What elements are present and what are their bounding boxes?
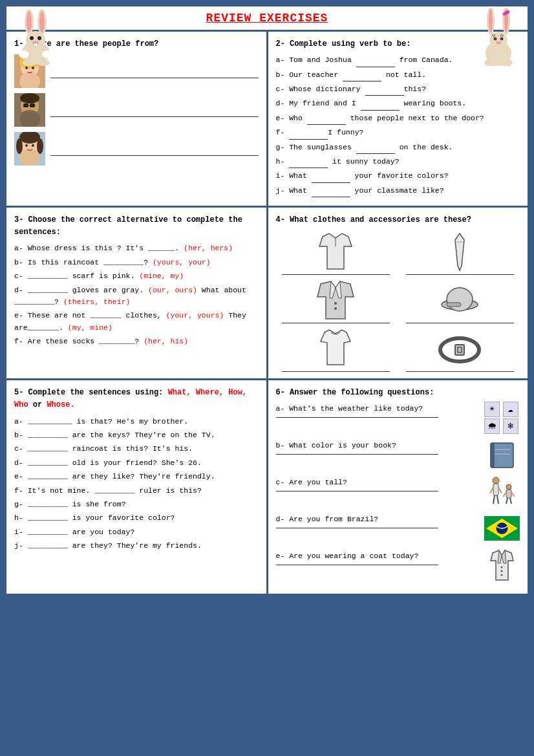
person-2-line — [50, 116, 259, 117]
svg-point-24 — [496, 41, 501, 45]
section-3-title: 3- Choose the correct alternative to com… — [14, 214, 259, 239]
s2-item-g: g- The sunglasses on the desk. — [276, 142, 520, 154]
s2-item-f: f- I funny? — [276, 127, 520, 139]
svg-point-52 — [32, 144, 34, 147]
svg-line-84 — [510, 498, 511, 504]
clothes-item-cap — [400, 279, 520, 323]
svg-point-61 — [334, 307, 337, 310]
svg-point-36 — [25, 67, 28, 69]
s6-item-b: b- What color is your book? — [276, 440, 520, 469]
s2-item-c: c- Whose dictionary this? — [276, 83, 520, 96]
svg-line-76 — [498, 487, 502, 493]
s2-item-j: j- What your classmate like? — [276, 185, 520, 197]
svg-rect-64 — [447, 303, 461, 307]
svg-point-19 — [489, 9, 493, 32]
s6-line-c — [276, 491, 439, 491]
page: REVIEW EXERCISES — [6, 6, 528, 594]
person-1-line — [50, 78, 259, 78]
section-5: 5- Complete the sentences using: What, W… — [6, 380, 266, 594]
clothes-line-tshirt — [282, 371, 390, 372]
s3-hint-a: (her, hers) — [184, 244, 233, 252]
weather-rain: 🌧 — [484, 418, 500, 434]
svg-point-93 — [501, 574, 503, 576]
svg-rect-9 — [34, 43, 36, 47]
s6-item-d: d- Are you from Brazil? — [276, 513, 520, 543]
weather-snow: ❄ — [503, 418, 518, 434]
s6-text-c: c- Are you tall? — [276, 477, 480, 491]
svg-rect-40 — [23, 103, 28, 107]
s2-item-h: h- it sunny today? — [276, 156, 520, 168]
svg-rect-74 — [493, 484, 498, 495]
clothes-grid — [276, 230, 520, 372]
s6-line-b — [276, 454, 439, 455]
svg-line-75 — [490, 487, 493, 493]
s3-item-a: a- Whose dress is this ? It's ______. (h… — [14, 243, 259, 254]
svg-point-48 — [16, 138, 23, 154]
svg-point-79 — [506, 484, 511, 490]
svg-point-5 — [39, 12, 45, 32]
svg-marker-65 — [321, 330, 350, 365]
s6-img-book — [484, 440, 520, 469]
svg-rect-41 — [30, 103, 35, 107]
s6-question-e: e- Are you wearing a coat today? — [276, 550, 480, 562]
s3-hint-b: (yours, your) — [153, 258, 211, 266]
svg-point-63 — [447, 288, 473, 311]
svg-line-81 — [503, 492, 506, 497]
person-3-line — [50, 155, 259, 156]
bugs-bunny-icon — [10, 8, 61, 66]
svg-line-82 — [511, 492, 515, 497]
svg-line-78 — [497, 495, 498, 504]
s3-item-b: b- Is this raincoat _________? (yours, y… — [14, 257, 259, 268]
svg-marker-55 — [455, 233, 464, 270]
person-row-3 — [14, 132, 259, 166]
s5-item-c: c- _________ raincoat is this? It's his. — [14, 443, 259, 455]
weather-sunny: ☀️ — [484, 402, 500, 417]
blank — [356, 142, 395, 154]
clothes-item-jacket — [276, 279, 396, 323]
s3-hint-e2: (my, mine) — [68, 323, 112, 332]
clothes-item-shirt — [276, 230, 396, 275]
s3-item-e: e- These are not _______ clothes, (your,… — [14, 310, 259, 334]
s5-item-i: i- _________ are you today? — [14, 526, 259, 538]
svg-point-49 — [37, 138, 43, 154]
s6-text-d: d- Are you from Brazil? — [276, 513, 480, 528]
clothes-item-tshirt — [276, 327, 396, 372]
svg-point-73 — [493, 477, 499, 484]
svg-point-11 — [19, 50, 29, 58]
blank — [307, 113, 346, 125]
s3-hint-e: (your, yours) — [166, 311, 224, 319]
svg-point-13 — [23, 59, 36, 66]
s6-img-brazil — [484, 513, 520, 543]
blank — [361, 98, 400, 110]
s5-item-h: h- _________ is your favorite color? — [14, 512, 259, 524]
s6-question-c: c- Are you tall? — [276, 477, 480, 488]
s6-img-coat — [484, 550, 520, 579]
svg-point-91 — [501, 566, 503, 568]
s6-line-e — [276, 565, 439, 565]
s6-question-d: d- Are you from Brazil? — [276, 513, 480, 525]
svg-point-14 — [37, 59, 50, 66]
person-photo-2 — [14, 93, 45, 127]
person-row-2 — [14, 93, 259, 127]
s6-line-d — [276, 528, 439, 528]
svg-point-22 — [494, 38, 497, 41]
s6-text-e: e- Are you wearing a coat today? — [276, 550, 480, 565]
s6-text-b: b- What color is your book? — [276, 440, 480, 454]
svg-rect-80 — [506, 490, 511, 498]
lola-bunny-icon — [473, 8, 524, 66]
s5-item-a: a- __________ is that? He's my brother. — [14, 416, 259, 427]
s5-item-d: d- _________ old is your friend? She's 2… — [14, 457, 259, 469]
section-3: 3- Choose the correct alternative to com… — [6, 208, 266, 378]
svg-line-77 — [493, 495, 495, 504]
section-6-title: 6- Answer the following questions: — [276, 387, 520, 399]
s5-item-e: e- _________ are they like? They're frie… — [14, 471, 259, 482]
s6-question-a: a- What's the weather like today? — [276, 403, 480, 415]
s6-text-a: a- What's the weather like today? — [276, 403, 480, 417]
svg-point-7 — [37, 36, 41, 40]
svg-point-92 — [501, 570, 503, 572]
clothes-line-shirt — [282, 274, 390, 275]
clothes-line-cap — [406, 323, 514, 323]
page-title: REVIEW EXERCISES — [206, 12, 328, 25]
s6-line-a — [276, 417, 439, 418]
svg-point-60 — [334, 302, 337, 305]
